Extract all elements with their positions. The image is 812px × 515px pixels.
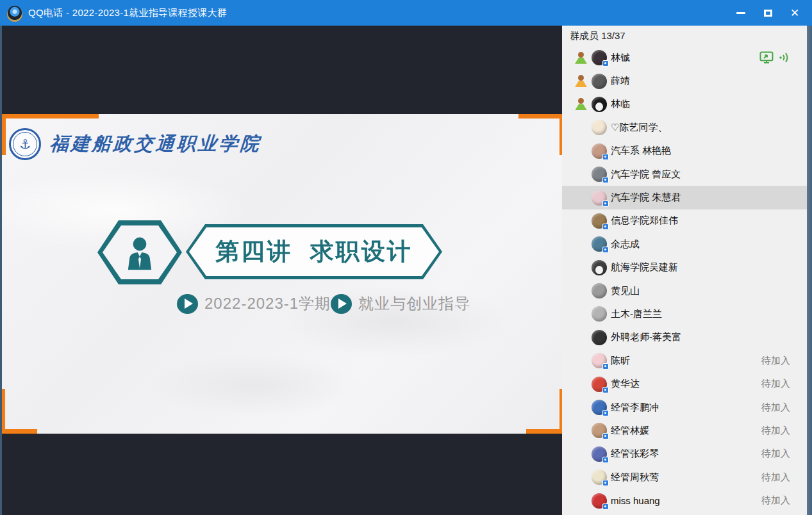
member-row[interactable]: 陈昕 待加入 [562, 349, 807, 372]
member-row[interactable]: 汽车学院 朱慧君 [562, 186, 807, 209]
member-name: 经管林媛 [611, 425, 649, 437]
sidebar-scrollbar[interactable] [807, 26, 812, 515]
pending-badge: 待加入 [761, 448, 790, 460]
titlebar: QQ电话 - 2022-2023-1就业指导课程授课大群 ✕ [0, 0, 812, 26]
mobile-online-badge-icon [602, 457, 609, 463]
minimize-button[interactable] [727, 0, 754, 26]
member-name: 土木-唐兰兰 [611, 308, 662, 320]
member-row[interactable]: 信息学院郑佳伟 [562, 209, 807, 233]
member-name: 林临 [611, 98, 630, 110]
semester-label: 2022-2023-1学期 [204, 293, 331, 314]
video-call-app-icon [8, 6, 22, 20]
mobile-online-badge-icon [602, 154, 609, 160]
play-icon [177, 294, 198, 314]
shared-screen-video-area: ⚓ 福建船政交通职业学院 第四讲 求职设计 [0, 26, 562, 515]
pending-badge: 待加入 [761, 378, 790, 390]
member-row[interactable]: 余志成 [562, 233, 807, 256]
screen-share-icon [759, 51, 775, 64]
school-logo-glyph: ⚓ [13, 132, 37, 156]
member-row[interactable]: 林铖 [562, 46, 807, 69]
member-row[interactable]: 黄华达 待加入 [562, 372, 807, 395]
maximize-button[interactable] [754, 0, 781, 26]
member-sidebar: 群成员 13/37 林铖 [562, 26, 812, 515]
lecture-title-banner-inner: 第四讲 求职设计 [189, 227, 439, 276]
member-avatar[interactable] [592, 446, 607, 462]
presence-person-icon [575, 52, 587, 64]
member-avatar[interactable] [592, 190, 607, 206]
school-header: ⚓ 福建船政交通职业学院 [9, 128, 261, 160]
member-name: 汽车学院 曾应文 [611, 168, 681, 181]
member-avatar[interactable] [592, 120, 607, 135]
mobile-online-badge-icon [602, 60, 609, 67]
mobile-online-badge-icon [602, 503, 609, 510]
window-controls: ✕ [727, 0, 812, 26]
member-list: 林铖 薛靖 [562, 46, 807, 515]
member-name: 林铖 [611, 52, 630, 64]
member-avatar[interactable] [592, 74, 607, 89]
slide-subtitle-row: 2022-2023-1学期 就业与创业指导 [1, 293, 562, 316]
member-avatar[interactable] [592, 400, 607, 415]
person-hexagon-inner [103, 225, 177, 279]
member-row[interactable]: 经管张彩琴 待加入 [562, 443, 807, 466]
school-logo-icon: ⚓ [9, 128, 41, 160]
slide-corner-accent [1, 429, 37, 434]
course-group: 就业与创业指导 [331, 293, 470, 314]
member-avatar[interactable] [592, 213, 607, 229]
member-avatar[interactable] [592, 260, 607, 275]
member-name: 黄华达 [611, 378, 640, 390]
member-name: 余志成 [611, 238, 640, 250]
window-title: QQ电话 - 2022-2023-1就业指导课程授课大群 [28, 7, 227, 19]
qq-call-window: QQ电话 - 2022-2023-1就业指导课程授课大群 ✕ ⚓ 福建船政交通职… [0, 0, 812, 515]
member-avatar[interactable] [592, 493, 607, 509]
member-name: miss huang [611, 495, 660, 506]
member-row[interactable]: 土木-唐兰兰 [562, 302, 807, 325]
member-row[interactable]: 外聘老师-蒋美富 [562, 326, 807, 349]
member-avatar[interactable] [592, 97, 607, 112]
slide-corner-accent [559, 389, 562, 434]
member-name: 信息学院郑佳伟 [611, 215, 678, 227]
mobile-online-badge-icon [602, 247, 609, 253]
window-left-border [0, 26, 2, 515]
member-row[interactable]: 薛靖 [562, 69, 807, 92]
member-name: 经管张彩琴 [611, 448, 659, 460]
pending-badge: 待加入 [761, 355, 790, 367]
presence-person-icon [575, 75, 587, 87]
member-name: 薛靖 [611, 75, 630, 87]
member-row[interactable]: 汽车系 林艳艳 [562, 140, 807, 163]
member-avatar[interactable] [592, 143, 607, 159]
member-avatar[interactable] [592, 236, 607, 252]
mobile-online-badge-icon [602, 387, 609, 393]
member-avatar[interactable] [592, 50, 607, 65]
member-row[interactable]: miss huang 待加入 [562, 489, 807, 512]
member-row[interactable]: 经管周秋莺 待加入 [562, 466, 807, 489]
slide-corner-accent [559, 114, 562, 155]
member-avatar[interactable] [592, 470, 607, 485]
member-avatar[interactable] [592, 283, 607, 298]
slide-corner-accent [1, 114, 6, 155]
member-name: 航海学院吴建新 [611, 261, 678, 274]
member-row[interactable]: 航海学院吴建新 [562, 256, 807, 279]
member-row[interactable]: 经管林媛 待加入 [562, 419, 807, 442]
member-avatar[interactable] [592, 306, 607, 322]
mobile-online-badge-icon [602, 363, 609, 370]
member-name: 汽车系 林艳艳 [611, 145, 671, 157]
member-row[interactable]: 林临 [562, 93, 807, 116]
member-row[interactable]: ♡陈艺同学、 [562, 116, 807, 139]
member-row[interactable]: 汽车学院 曾应文 [562, 163, 807, 186]
maximize-icon [764, 10, 772, 17]
close-icon: ✕ [790, 8, 799, 19]
close-button[interactable]: ✕ [781, 0, 808, 26]
mobile-online-badge-icon [602, 177, 609, 183]
member-avatar[interactable] [592, 167, 607, 182]
pending-badge: 待加入 [761, 425, 790, 437]
slide-corner-accent [1, 114, 99, 119]
semester-group: 2022-2023-1学期 [177, 293, 331, 314]
member-avatar[interactable] [592, 353, 607, 368]
member-avatar[interactable] [592, 330, 607, 345]
member-name: 经管周秋莺 [611, 471, 659, 484]
mobile-online-badge-icon [602, 433, 609, 439]
member-row[interactable]: 黄见山 [562, 279, 807, 302]
member-avatar[interactable] [592, 423, 607, 438]
member-row[interactable]: 经管李鹏冲 待加入 [562, 396, 807, 419]
member-avatar[interactable] [592, 377, 607, 392]
